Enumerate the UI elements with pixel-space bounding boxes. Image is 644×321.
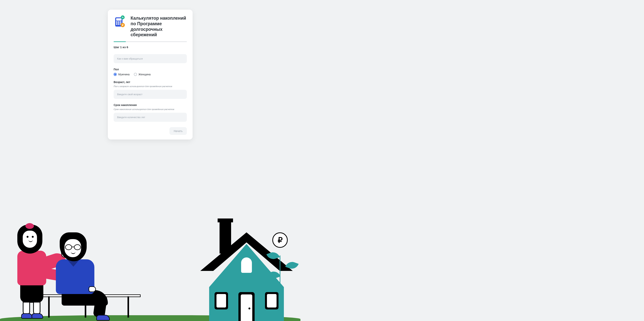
- ruble-coin-icon: ₽: [272, 232, 288, 248]
- name-input[interactable]: [114, 54, 187, 63]
- progress-bar: [114, 42, 187, 42]
- calculator-card: % ₽ Калькулятор накоплений по Программе …: [108, 10, 192, 140]
- progress-bar-fill: [114, 42, 126, 42]
- svg-text:₽: ₽: [122, 24, 124, 27]
- gender-radio-female[interactable]: Женщина: [134, 73, 150, 76]
- svg-rect-3: [118, 21, 120, 23]
- gender-option-label: Мужчина: [118, 73, 130, 76]
- card-title: Калькулятор накоплений по Программе долг…: [130, 16, 187, 38]
- term-hint: Срок накопления используется для проведе…: [114, 108, 187, 110]
- age-input[interactable]: [114, 90, 187, 99]
- gender-radio-group: Мужчина Женщина: [114, 73, 187, 76]
- svg-rect-1: [116, 18, 122, 21]
- gender-option-label: Женщина: [138, 73, 150, 76]
- person-sitting-illustration: [56, 232, 110, 321]
- svg-rect-2: [116, 21, 118, 23]
- person-standing-illustration: [12, 225, 50, 321]
- step-label: Шаг 1 из 6: [114, 46, 187, 49]
- gender-label: Пол: [114, 68, 187, 71]
- age-label: Возраст, лет: [114, 81, 187, 84]
- term-label: Срок накопления: [114, 104, 187, 107]
- radio-icon: [114, 73, 117, 76]
- svg-rect-6: [118, 23, 120, 25]
- gender-radio-male[interactable]: Мужчина: [114, 73, 130, 76]
- radio-icon: [134, 73, 137, 76]
- calculator-icon: % ₽: [114, 16, 126, 28]
- term-input[interactable]: [114, 113, 187, 122]
- svg-rect-4: [120, 21, 121, 23]
- svg-rect-5: [116, 23, 118, 25]
- svg-text:%: %: [122, 16, 124, 19]
- age-hint: Пол и возраст используются для проведени…: [114, 85, 187, 88]
- ruble-plant-illustration: ₽: [266, 232, 299, 313]
- start-button[interactable]: Начать: [170, 127, 187, 135]
